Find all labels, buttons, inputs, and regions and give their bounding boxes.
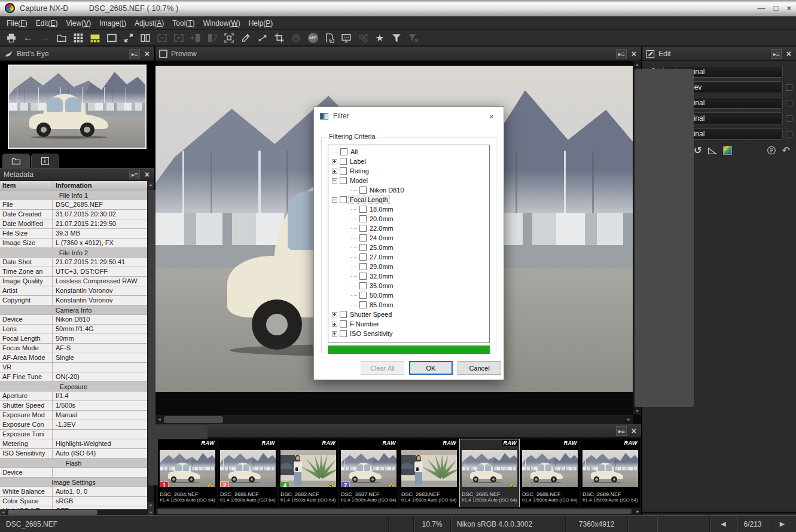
- thumbnail-DSC_2686.NEF[interactable]: RAW2DSC_2686.NEFf/1.4 1/500s Auto (ISO 6…: [218, 439, 277, 507]
- full-screen-icon[interactable]: [121, 30, 136, 45]
- thumbnail-DSC_2684.NEF[interactable]: RAW1★2DSC_2684.NEFf/1.4 1/500s Auto (ISO…: [158, 439, 217, 507]
- tab-metadata[interactable]: i: [31, 154, 59, 168]
- combined-view-icon[interactable]: [87, 30, 103, 45]
- menu-view[interactable]: View(V): [62, 19, 95, 27]
- panel-menu-icon[interactable]: ▸≡: [771, 49, 782, 59]
- scroll-down-icon[interactable]: ▼: [633, 408, 641, 415]
- print-icon[interactable]: [4, 30, 19, 45]
- clear-all-button[interactable]: Clear All: [361, 361, 404, 375]
- filter-tree-item[interactable]: 25.0mm: [328, 243, 489, 252]
- filter-tree-item[interactable]: Shutter Speed: [328, 310, 489, 319]
- thumbnail-DSC_2682.NEF[interactable]: RAW4★5DSC_2682.NEFf/1.4 1/500s Auto (ISO…: [279, 439, 338, 507]
- close-button[interactable]: ×: [786, 4, 791, 13]
- tree-plus-icon[interactable]: [332, 322, 337, 327]
- filter-tree-item[interactable]: F Number: [328, 319, 489, 329]
- tree-checkbox[interactable]: [340, 177, 347, 184]
- revert-icon[interactable]: ↶: [782, 145, 790, 156]
- menu-help[interactable]: Help(P): [245, 19, 277, 27]
- tree-plus-icon[interactable]: [332, 331, 337, 337]
- scroll-right-icon[interactable]: ►: [636, 507, 640, 516]
- minimize-button[interactable]: —: [758, 4, 765, 13]
- filter-tree-item[interactable]: 18.0mm: [328, 204, 489, 214]
- tree-checkbox[interactable]: [359, 263, 367, 270]
- tree-checkbox[interactable]: [359, 273, 367, 280]
- scroll-up-icon[interactable]: ▲: [633, 61, 641, 68]
- menu-window[interactable]: Window(W): [199, 19, 245, 27]
- thumbnail-DSC_2685.NEF[interactable]: RAW★4DSC_2685.NEFf/1.4 1/500s Auto (ISO …: [460, 439, 519, 507]
- cancel-button[interactable]: Cancel: [458, 361, 501, 375]
- filter-tree-item[interactable]: 50.0mm: [328, 291, 489, 300]
- tree-checkbox[interactable]: [359, 234, 367, 241]
- tree-checkbox[interactable]: [359, 225, 367, 232]
- open-folder-icon[interactable]: [54, 30, 69, 45]
- thumbnail-DSC_2689.NEF[interactable]: RAWDSC_2689.NEFf/1.4 1/500s Auto (ISO 64…: [581, 439, 640, 507]
- apply-checkbox[interactable]: [786, 131, 792, 137]
- scrollbar-thumb[interactable]: [164, 416, 223, 423]
- convert-file-icon[interactable]: [322, 30, 337, 45]
- panel-menu-icon[interactable]: ▸≡: [616, 426, 627, 436]
- gray-point-icon[interactable]: [238, 30, 254, 45]
- preview-horizontal-scrollbar[interactable]: ◄ ►: [155, 415, 633, 424]
- tree-checkbox[interactable]: [359, 253, 367, 261]
- tree-checkbox[interactable]: [340, 196, 347, 203]
- filter-tree-item[interactable]: Nikon D810: [328, 185, 489, 195]
- versions-icon[interactable]: [766, 145, 777, 155]
- crop-icon[interactable]: [272, 30, 287, 45]
- tree-checkbox[interactable]: [359, 186, 367, 194]
- scrollbar-thumb[interactable]: [8, 510, 97, 515]
- scroll-down-icon[interactable]: ▼: [147, 502, 154, 509]
- back-icon[interactable]: ←: [20, 30, 36, 45]
- panel-menu-icon[interactable]: ▸≡: [129, 49, 140, 59]
- filter-tree-item[interactable]: 27.0mm: [328, 252, 489, 262]
- filter-tree-item[interactable]: 35.0mm: [328, 281, 489, 291]
- filter-tree-item[interactable]: Model: [328, 176, 489, 185]
- thumbnail-DSC_2683.NEF[interactable]: RAWDSC_2683.NEFf/1.4 1/500s Auto (ISO 64…: [399, 439, 459, 507]
- menu-file[interactable]: File(F): [2, 19, 32, 27]
- filter-dialog-titlebar[interactable]: Filter ×: [314, 107, 504, 125]
- scroll-up-icon[interactable]: ▲: [147, 181, 154, 188]
- thumbnail-DSC_2688.NEF[interactable]: RAWDSC_2688.NEFf/1.4 1/500s Auto (ISO 64…: [520, 439, 580, 507]
- filter-dialog-close-button[interactable]: ×: [480, 107, 504, 125]
- scroll-left-icon[interactable]: ◄: [155, 415, 163, 424]
- tree-checkbox[interactable]: [359, 301, 367, 308]
- image-view-icon[interactable]: [104, 30, 120, 45]
- menu-edit[interactable]: Edit(E): [32, 19, 62, 27]
- tree-checkbox[interactable]: [340, 148, 347, 155]
- close-icon[interactable]: ×: [630, 426, 638, 436]
- tree-checkbox[interactable]: [340, 320, 347, 328]
- thumbnail-DSC_2687.NEF[interactable]: RAW7★4DSC_2687.NEFf/1.4 1/500s Auto (ISO…: [339, 439, 398, 507]
- filter-tree-item[interactable]: ISO Sensitivity: [328, 329, 489, 338]
- filter-tree-item[interactable]: 20.0mm: [328, 214, 489, 224]
- tree-checkbox[interactable]: [340, 167, 347, 175]
- rating-star-icon[interactable]: ★: [372, 30, 388, 45]
- grid-view-icon[interactable]: [71, 30, 86, 45]
- tree-minus-icon[interactable]: [332, 197, 337, 203]
- filter-tree-item[interactable]: 22.0mm: [328, 224, 489, 233]
- close-icon[interactable]: ×: [144, 170, 151, 179]
- open-in-app-icon[interactable]: APP: [305, 30, 321, 45]
- tree-checkbox[interactable]: [340, 330, 347, 337]
- thumbnail-scrollbar[interactable]: ►: [155, 507, 641, 515]
- menu-image[interactable]: Image(I): [95, 19, 130, 27]
- filter-tree-item[interactable]: 85.0mm: [328, 300, 489, 310]
- tab-folders[interactable]: [2, 154, 30, 168]
- compare-two-icon[interactable]: [138, 30, 153, 45]
- close-icon[interactable]: ×: [785, 49, 792, 59]
- lch-icon[interactable]: [723, 146, 732, 155]
- panel-menu-icon[interactable]: ▸≡: [129, 170, 140, 179]
- close-icon[interactable]: ×: [630, 49, 638, 59]
- tree-checkbox[interactable]: [359, 244, 367, 251]
- apply-checkbox[interactable]: [786, 115, 792, 122]
- metadata-vertical-scrollbar[interactable]: ▲ ▼: [147, 181, 154, 509]
- menu-adjust[interactable]: Adjust(A): [130, 19, 168, 27]
- birds-eye-view[interactable]: [0, 61, 154, 152]
- filter-tree-item[interactable]: All: [328, 147, 489, 157]
- tree-minus-icon[interactable]: [332, 178, 337, 184]
- filter-icon[interactable]: [389, 30, 404, 45]
- filter-tree-item[interactable]: 24.0mm: [328, 233, 489, 243]
- straighten-tri-icon[interactable]: [707, 145, 718, 155]
- scroll-left-icon[interactable]: ◄: [0, 509, 7, 515]
- maximize-button[interactable]: □: [774, 4, 779, 13]
- metadata-horizontal-scrollbar[interactable]: ◄ ►: [0, 509, 154, 515]
- fit-to-screen-icon[interactable]: [221, 30, 237, 45]
